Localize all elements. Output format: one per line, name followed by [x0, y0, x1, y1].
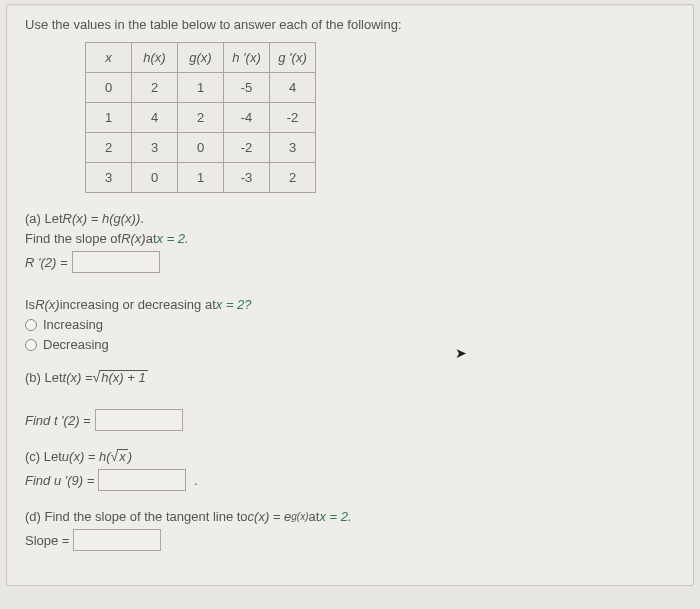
part-a-ans-lhs: R '(2) =	[25, 255, 68, 270]
cell: 1	[178, 73, 224, 103]
part-b-under: h(x) + 1	[99, 370, 147, 385]
col-g: g(x)	[178, 43, 224, 73]
cell: -3	[224, 163, 270, 193]
col-h: h(x)	[132, 43, 178, 73]
part-c-rparen: )	[128, 449, 132, 464]
option-decreasing-row: Decreasing	[25, 337, 675, 352]
cell: -2	[270, 103, 316, 133]
worksheet-page: Use the values in the table below to ans…	[6, 4, 694, 586]
part-c-definition: (c) Let u(x) = h( √ x )	[25, 449, 675, 464]
part-d-label: (d) Find the slope of the tangent line t…	[25, 509, 248, 524]
part-a-find-at: at	[146, 231, 157, 246]
col-gp: g '(x)	[270, 43, 316, 73]
part-a-find-val: x = 2.	[157, 231, 189, 246]
cell: 4	[132, 103, 178, 133]
part-d-exp: g(x)	[291, 511, 308, 522]
q2-mid: R(x)	[35, 297, 60, 312]
part-d-answer-row: Slope =	[25, 529, 675, 551]
part-d-lhs: c(x) = e	[248, 509, 292, 524]
part-d-val: x = 2.	[319, 509, 351, 524]
q2-post: increasing or decreasing at	[60, 297, 216, 312]
part-a: (a) Let R(x) = h(g(x)) . Find the slope …	[25, 211, 675, 352]
part-c-answer-row: Find u '(9) = .	[25, 469, 675, 491]
sqrt-icon: √ x	[111, 449, 128, 464]
part-c: (c) Let u(x) = h( √ x ) Find u '(9) = .	[25, 449, 675, 491]
part-a-find-mid: R(x)	[121, 231, 146, 246]
q2-val: x = 2?	[216, 297, 252, 312]
option-increasing-label: Increasing	[43, 317, 103, 332]
uprime9-input[interactable]	[98, 469, 186, 491]
part-b-label: (b) Let	[25, 370, 63, 385]
cell: 0	[132, 163, 178, 193]
part-a-def: R(x) = h(g(x))	[63, 211, 141, 226]
part-a-definition: (a) Let R(x) = h(g(x)) .	[25, 211, 675, 226]
sqrt-icon: √ h(x) + 1	[93, 370, 148, 385]
part-b: (b) Let t(x) = √ h(x) + 1 Find t '(2) =	[25, 370, 675, 431]
option-increasing-row: Increasing	[25, 317, 675, 332]
col-x: x	[86, 43, 132, 73]
table-row: 2 3 0 -2 3	[86, 133, 316, 163]
cell: -4	[224, 103, 270, 133]
tprime2-input[interactable]	[95, 409, 183, 431]
table-row: 1 4 2 -4 -2	[86, 103, 316, 133]
option-decreasing-label: Decreasing	[43, 337, 109, 352]
part-b-definition: (b) Let t(x) = √ h(x) + 1	[25, 370, 675, 385]
rprime2-input[interactable]	[72, 251, 160, 273]
part-b-find-lhs: Find t '(2) =	[25, 413, 91, 428]
cell: 1	[86, 103, 132, 133]
part-b-answer-row: Find t '(2) =	[25, 409, 675, 431]
cell: 3	[86, 163, 132, 193]
part-a-find: Find the slope of R(x) at x = 2.	[25, 231, 675, 246]
cell: 0	[178, 133, 224, 163]
part-c-label: (c) Let	[25, 449, 62, 464]
radio-decreasing[interactable]	[25, 339, 37, 351]
period: .	[190, 473, 197, 488]
cell: 2	[132, 73, 178, 103]
part-a-def-dot: .	[140, 211, 144, 226]
cell: 0	[86, 73, 132, 103]
cell: 3	[270, 133, 316, 163]
cell: 3	[132, 133, 178, 163]
part-c-under: x	[117, 449, 128, 464]
table-row: 0 2 1 -5 4	[86, 73, 316, 103]
part-d-ans-lhs: Slope =	[25, 533, 69, 548]
slope-input[interactable]	[73, 529, 161, 551]
q2-pre: Is	[25, 297, 35, 312]
part-a-answer-row: R '(2) =	[25, 251, 675, 273]
part-d: (d) Find the slope of the tangent line t…	[25, 509, 675, 551]
cell: -5	[224, 73, 270, 103]
cell: 2	[178, 103, 224, 133]
radio-increasing[interactable]	[25, 319, 37, 331]
cell: 2	[270, 163, 316, 193]
cell: 1	[178, 163, 224, 193]
part-a-find-pre: Find the slope of	[25, 231, 121, 246]
cell: 4	[270, 73, 316, 103]
part-a-q2: Is R(x) increasing or decreasing at x = …	[25, 297, 675, 312]
part-b-lhs: t(x) =	[63, 370, 93, 385]
cell: -2	[224, 133, 270, 163]
part-c-find-lhs: Find u '(9) =	[25, 473, 94, 488]
part-d-at: at	[309, 509, 320, 524]
part-c-lhs: u(x) = h(	[62, 449, 111, 464]
col-hp: h '(x)	[224, 43, 270, 73]
table-row: 3 0 1 -3 2	[86, 163, 316, 193]
part-d-definition: (d) Find the slope of the tangent line t…	[25, 509, 675, 524]
part-a-label: (a) Let	[25, 211, 63, 226]
values-table: x h(x) g(x) h '(x) g '(x) 0 2 1 -5 4 1 4…	[85, 42, 316, 193]
table-header-row: x h(x) g(x) h '(x) g '(x)	[86, 43, 316, 73]
instructions-text: Use the values in the table below to ans…	[25, 17, 675, 32]
cell: 2	[86, 133, 132, 163]
